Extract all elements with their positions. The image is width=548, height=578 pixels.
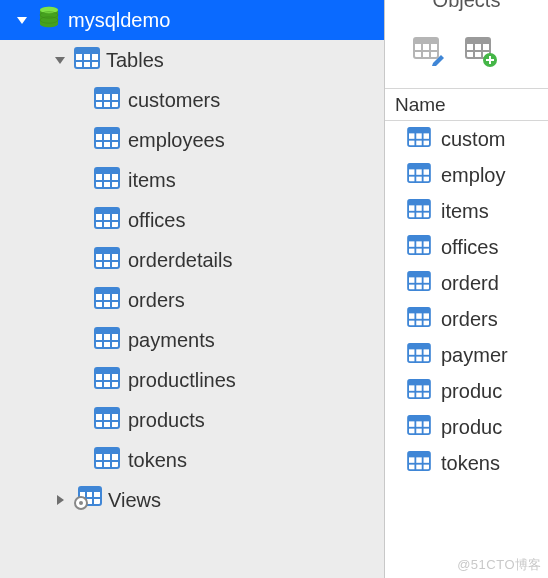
table-icon [407, 199, 431, 224]
table-node[interactable]: tokens [0, 440, 384, 480]
svg-rect-114 [408, 343, 430, 348]
svg-rect-22 [95, 168, 119, 174]
svg-rect-12 [95, 88, 119, 94]
list-item-label: produc [441, 416, 502, 439]
svg-rect-57 [95, 448, 119, 454]
object-list: custom employ items offices orderd order… [385, 121, 548, 578]
list-item-label: produc [441, 380, 502, 403]
design-table-icon[interactable] [411, 35, 445, 72]
table-label: products [128, 409, 205, 432]
list-item-label: custom [441, 128, 505, 151]
panel-title: Objects [385, 0, 548, 19]
navigation-tree: mysqldemo Tables customers employees ite… [0, 0, 385, 578]
list-item[interactable]: paymer [385, 337, 548, 373]
table-icon [94, 207, 120, 234]
svg-rect-89 [408, 163, 430, 168]
database-node[interactable]: mysqldemo [0, 0, 384, 40]
svg-rect-129 [408, 451, 430, 456]
list-item[interactable]: custom [385, 121, 548, 157]
views-group-label: Views [108, 489, 161, 512]
table-group-icon [74, 47, 100, 74]
new-table-icon[interactable] [463, 35, 497, 72]
list-item[interactable]: orders [385, 301, 548, 337]
list-item[interactable]: employ [385, 157, 548, 193]
list-item[interactable]: tokens [385, 445, 548, 481]
table-node[interactable]: items [0, 160, 384, 200]
table-icon [407, 127, 431, 152]
table-node[interactable]: productlines [0, 360, 384, 400]
svg-rect-99 [408, 235, 430, 240]
svg-rect-32 [95, 248, 119, 254]
table-label: offices [128, 209, 185, 232]
table-node[interactable]: customers [0, 80, 384, 120]
svg-rect-52 [95, 408, 119, 414]
svg-rect-70 [414, 38, 438, 44]
table-icon [407, 343, 431, 368]
svg-marker-0 [17, 17, 27, 24]
table-node[interactable]: products [0, 400, 384, 440]
table-icon [94, 367, 120, 394]
objects-panel: Objects Nam [385, 0, 548, 578]
table-icon [407, 379, 431, 404]
tables-group-label: Tables [106, 49, 164, 72]
table-icon [94, 247, 120, 274]
database-icon [38, 6, 60, 35]
table-icon [407, 451, 431, 476]
column-header-name[interactable]: Name [385, 89, 548, 121]
list-item-label: items [441, 200, 489, 223]
svg-rect-17 [95, 128, 119, 134]
table-node[interactable]: orders [0, 280, 384, 320]
svg-rect-27 [95, 208, 119, 214]
svg-rect-42 [95, 328, 119, 334]
list-item-label: orderd [441, 272, 499, 295]
table-node[interactable]: offices [0, 200, 384, 240]
svg-rect-94 [408, 199, 430, 204]
table-icon [407, 163, 431, 188]
column-header-label: Name [395, 94, 446, 116]
table-label: items [128, 169, 176, 192]
table-icon [94, 327, 120, 354]
table-label: productlines [128, 369, 236, 392]
table-node[interactable]: orderdetails [0, 240, 384, 280]
table-icon [94, 127, 120, 154]
list-item-label: offices [441, 236, 498, 259]
list-item[interactable]: items [385, 193, 548, 229]
views-icon [74, 486, 102, 515]
table-node[interactable]: payments [0, 320, 384, 360]
svg-rect-37 [95, 288, 119, 294]
svg-marker-5 [55, 57, 65, 64]
svg-rect-76 [466, 38, 490, 44]
list-item-label: employ [441, 164, 505, 187]
table-node[interactable]: employees [0, 120, 384, 160]
svg-point-2 [40, 6, 58, 12]
table-icon [94, 447, 120, 474]
list-item[interactable]: orderd [385, 265, 548, 301]
svg-rect-104 [408, 271, 430, 276]
list-item[interactable]: produc [385, 409, 548, 445]
table-label: orderdetails [128, 249, 233, 272]
collapse-arrow-icon[interactable] [52, 494, 68, 506]
svg-point-68 [79, 501, 83, 505]
expand-arrow-icon[interactable] [52, 54, 68, 66]
svg-rect-84 [408, 127, 430, 132]
table-icon [407, 307, 431, 332]
table-label: tokens [128, 449, 187, 472]
list-item[interactable]: offices [385, 229, 548, 265]
table-icon [94, 287, 120, 314]
table-icon [407, 235, 431, 260]
table-icon [407, 415, 431, 440]
expand-arrow-icon[interactable] [14, 14, 30, 26]
table-icon [94, 167, 120, 194]
tables-group[interactable]: Tables [0, 40, 384, 80]
table-icon [94, 87, 120, 114]
table-label: payments [128, 329, 215, 352]
table-label: customers [128, 89, 220, 112]
database-label: mysqldemo [68, 9, 170, 32]
svg-rect-47 [95, 368, 119, 374]
list-item[interactable]: produc [385, 373, 548, 409]
views-group[interactable]: Views [0, 480, 384, 520]
table-label: employees [128, 129, 225, 152]
list-item-label: tokens [441, 452, 500, 475]
svg-rect-63 [79, 487, 101, 492]
svg-marker-61 [57, 495, 64, 505]
